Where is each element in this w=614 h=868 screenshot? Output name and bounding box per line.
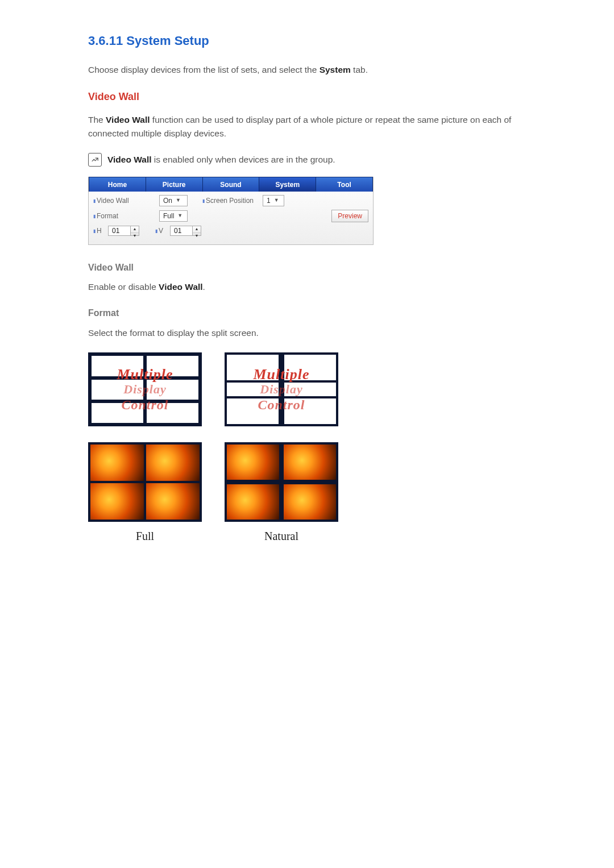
note-icon xyxy=(88,153,102,167)
vw-p-bold: Video Wall xyxy=(106,115,150,124)
chevron-down-icon: ▼ xyxy=(274,197,279,205)
note-text: Video Wall is enabled only when devices … xyxy=(107,153,335,167)
section-heading: 3.6.11 System Setup xyxy=(88,31,526,51)
chevron-down-icon[interactable]: ▼ xyxy=(193,233,201,239)
format-diagram-full: Multiple Display Control xyxy=(88,352,202,426)
video-wall-enable-text: Enable or disable Video Wall. xyxy=(88,280,526,294)
tab-sound[interactable]: Sound xyxy=(203,177,260,192)
vw-p-after: function can be used to display part of … xyxy=(88,115,511,138)
caption-full: Full xyxy=(88,528,202,545)
format-value: Full xyxy=(163,211,174,222)
preview-button[interactable]: Preview xyxy=(331,210,368,222)
h-stepper[interactable]: 01 ▲▼ xyxy=(108,226,139,236)
v-label: V xyxy=(155,226,167,236)
caption-natural: Natural xyxy=(225,528,338,545)
tab-picture[interactable]: Picture xyxy=(146,177,203,192)
vw-enable-bold: Video Wall xyxy=(159,282,203,292)
vw-enable-before: Enable or disable xyxy=(88,282,159,292)
format-item-text: Select the format to display the split s… xyxy=(88,326,526,340)
v-stepper[interactable]: 01 ▲▼ xyxy=(170,226,201,236)
format-item-heading: Format xyxy=(88,306,526,321)
screen-position-value: 1 xyxy=(267,196,271,206)
note-bold: Video Wall xyxy=(107,155,152,164)
intro-paragraph: Choose display devices from the list of … xyxy=(88,63,526,77)
intro-before: Choose display devices from the list of … xyxy=(88,65,320,74)
video-wall-item-heading: Video Wall xyxy=(88,261,526,275)
h-value: 01 xyxy=(108,226,130,236)
format-photo-full xyxy=(88,442,202,522)
format-dropdown[interactable]: Full ▼ xyxy=(159,210,188,222)
format-diagram-natural: Multiple Display Control xyxy=(225,352,338,426)
chevron-up-icon[interactable]: ▲ xyxy=(131,226,139,233)
tab-row: Home Picture Sound System Tool xyxy=(89,177,373,192)
system-toolbar-panel: Home Picture Sound System Tool Video Wal… xyxy=(88,177,374,245)
tab-home[interactable]: Home xyxy=(89,177,146,192)
tab-system[interactable]: System xyxy=(259,177,316,192)
intro-bold: System xyxy=(320,65,351,74)
tab-tool[interactable]: Tool xyxy=(316,177,373,192)
screen-position-label: Screen Position xyxy=(202,196,259,206)
vw-p-before: The xyxy=(88,115,106,124)
note-after: is enabled only when devices are in the … xyxy=(152,155,335,164)
chevron-down-icon[interactable]: ▼ xyxy=(131,233,139,239)
intro-after: tab. xyxy=(351,65,368,74)
video-wall-dropdown[interactable]: On ▼ xyxy=(159,195,188,206)
video-wall-subheading: Video Wall xyxy=(88,89,526,105)
chevron-up-icon[interactable]: ▲ xyxy=(193,226,201,233)
h-label: H xyxy=(93,226,105,236)
video-wall-value: On xyxy=(163,196,172,206)
video-wall-label: Video Wall xyxy=(93,196,156,206)
chevron-down-icon: ▼ xyxy=(176,197,181,205)
chevron-down-icon: ▼ xyxy=(177,212,182,220)
screen-position-dropdown[interactable]: 1 ▼ xyxy=(263,195,284,206)
vw-enable-after: . xyxy=(203,282,205,292)
format-photo-natural xyxy=(225,442,338,522)
video-wall-paragraph: The Video Wall function can be used to d… xyxy=(88,113,526,140)
format-label: Format xyxy=(93,211,156,222)
v-value: 01 xyxy=(170,226,192,236)
